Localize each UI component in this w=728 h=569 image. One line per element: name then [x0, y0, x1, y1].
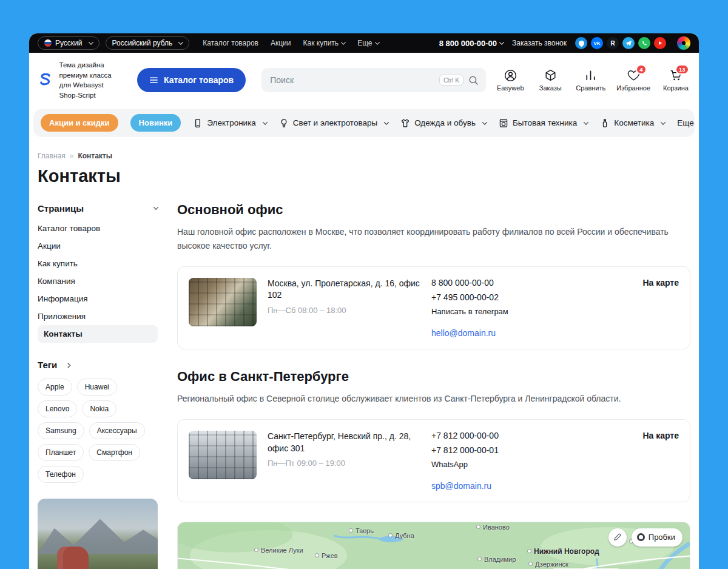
breadcrumb-home[interactable]: Главная	[38, 152, 66, 160]
map-city-nn-label: Нижний Новгород	[527, 547, 599, 556]
category-more[interactable]: Еще	[677, 118, 699, 127]
chevron-down-icon	[263, 120, 268, 124]
topnav-sales[interactable]: Акции	[271, 39, 291, 47]
brand[interactable]: Тема дизайна премиум класса для Webasyst…	[38, 60, 123, 101]
traffic-ring-icon	[637, 533, 645, 541]
brand-tagline: Тема дизайна премиум класса для Webasyst…	[59, 60, 123, 101]
map-city: Тверь	[349, 527, 374, 534]
shop-logo-icon	[38, 68, 53, 92]
messenger-icon[interactable]	[575, 37, 587, 49]
section-title-spb-office: Офис в Санкт-Петербурге	[177, 369, 690, 385]
office-phone-2[interactable]: +7 495 000-00-02	[431, 292, 508, 302]
sidebar-item-info[interactable]: Информация	[38, 290, 158, 308]
vk-icon[interactable]: VK	[591, 37, 603, 49]
lightbulb-icon	[279, 118, 289, 128]
topbar-phone[interactable]: 8 800 000-00-00	[439, 39, 504, 48]
chevron-down-icon	[153, 205, 158, 210]
favorites-count-badge: 4	[636, 64, 646, 75]
map-city: Дубна	[388, 532, 414, 539]
orders-button[interactable]: Заказы	[536, 69, 565, 92]
map-edit-button[interactable]	[608, 528, 627, 547]
new-pill[interactable]: Новинки	[130, 114, 181, 132]
tag-accessories[interactable]: Аксессуары	[89, 422, 145, 439]
search-shortcut-badge: Ctrl K	[439, 75, 463, 86]
tag-samsung[interactable]: Samsung	[38, 422, 84, 439]
section-desc-spb-office: Региональный офис в Северной столице обс…	[177, 392, 690, 406]
main-content: Основной офис Наш головной офис располож…	[177, 200, 690, 569]
sidebar-item-company[interactable]: Компания	[38, 272, 158, 290]
office-phone-1[interactable]: +7 812 000-00-00	[431, 431, 499, 440]
tag-apple[interactable]: Apple	[38, 379, 72, 396]
sidebar-tags-header[interactable]: Теги	[38, 360, 158, 370]
office-phone-2[interactable]: +7 812 000-00-01	[431, 445, 499, 455]
breadcrumb: Главная » Контакты	[29, 137, 699, 160]
social-links: VK R	[575, 37, 666, 49]
office-map-link[interactable]: На карте	[642, 431, 679, 440]
chevron-down-icon	[661, 120, 666, 124]
office-phone-1[interactable]: 8 800 000-00-00	[431, 278, 508, 288]
offices-map[interactable]: Тверь Дубна Иваново Йошкар-Ола Великие Л…	[177, 522, 690, 569]
office-messenger-link[interactable]: WhatsApp	[431, 460, 499, 469]
sidebar: Страницы Каталог товаров Акции Как купит…	[38, 200, 158, 569]
header-actions: Easyweb Заказы Сравнить 4 Избранное	[496, 69, 690, 92]
page-title: Контакты	[29, 160, 699, 198]
category-appliances[interactable]: Бытовая техника	[499, 118, 588, 128]
map-city: Ржев	[315, 552, 338, 559]
callback-link[interactable]: Заказать звонок	[512, 39, 567, 47]
category-clothes[interactable]: Одежда и обувь	[400, 118, 487, 128]
category-cosmetics[interactable]: Косметика	[600, 118, 665, 128]
rutube-icon[interactable]: R	[607, 37, 619, 49]
topnav-more[interactable]: Еще	[357, 39, 379, 47]
breadcrumb-separator: »	[70, 152, 74, 160]
favorites-button[interactable]: 4 Избранное	[616, 69, 650, 92]
catalog-button[interactable]: Каталог товаров	[137, 68, 246, 92]
theme-color-wheel-icon[interactable]	[677, 36, 690, 50]
office-messenger-link[interactable]: Написать в телеграм	[431, 307, 508, 316]
chevron-down-icon	[384, 120, 389, 124]
topbar: Русский Российский рубль Каталог товаров…	[29, 33, 699, 53]
tag-nokia[interactable]: Nokia	[82, 400, 116, 417]
compare-button[interactable]: Сравнить	[576, 69, 605, 92]
sidebar-item-contacts[interactable]: Контакты	[38, 325, 158, 343]
whatsapp-icon[interactable]	[638, 37, 650, 49]
office-email-link[interactable]: spb@domain.ru	[431, 481, 499, 491]
office-hours: Пн—Пт 09:00 – 19:00	[268, 459, 420, 468]
category-nav: Акции и скидки Новинки Электроника Свет …	[33, 109, 695, 137]
chevron-down-icon	[88, 39, 93, 44]
map-controls: Пробки	[608, 528, 682, 547]
category-light[interactable]: Свет и электротовары	[279, 118, 388, 128]
chevron-down-icon	[584, 120, 588, 124]
currency-select[interactable]: Российский рубль	[106, 36, 190, 50]
office-email-link[interactable]: hello@domain.ru	[431, 328, 508, 338]
topnav-how-to-buy[interactable]: Как купить	[303, 39, 346, 47]
smartphone-icon	[193, 118, 203, 128]
youtube-icon[interactable]	[654, 37, 666, 49]
sidebar-item-catalog[interactable]: Каталог товаров	[38, 220, 158, 237]
tag-lenovo[interactable]: Lenovo	[38, 400, 77, 417]
search-icon[interactable]	[468, 75, 479, 86]
cart-button[interactable]: 13 Корзина	[661, 69, 690, 92]
account-button[interactable]: Easyweb	[496, 69, 525, 92]
cosmetics-bottle-icon	[600, 118, 610, 128]
tag-smartphone[interactable]: Смартфон	[89, 444, 140, 461]
sidebar-item-sales[interactable]: Акции	[38, 237, 158, 255]
chevron-right-icon	[66, 363, 70, 368]
chevron-down-icon	[374, 39, 379, 44]
map-traffic-button[interactable]: Пробки	[632, 528, 682, 547]
language-select[interactable]: Русский	[38, 36, 99, 50]
section-desc-main-office: Наш головной офис расположен в Москве, ч…	[177, 225, 690, 253]
category-electronics[interactable]: Электроника	[193, 118, 267, 128]
sales-pill[interactable]: Акции и скидки	[41, 114, 118, 132]
site-header: Тема дизайна премиум класса для Webasyst…	[29, 53, 699, 107]
tag-huawei[interactable]: Huawei	[77, 379, 117, 396]
sidebar-pages-header[interactable]: Страницы	[38, 203, 158, 214]
backpack-image-shape	[57, 547, 89, 569]
search-input[interactable]	[269, 75, 434, 86]
topnav-catalog[interactable]: Каталог товаров	[203, 39, 258, 47]
tag-phone[interactable]: Телефон	[38, 466, 84, 483]
telegram-icon[interactable]	[622, 37, 635, 49]
office-map-link[interactable]: На карте	[642, 278, 679, 288]
sidebar-item-how-to-buy[interactable]: Как купить	[38, 255, 158, 272]
sidebar-item-apps[interactable]: Приложения	[38, 308, 158, 325]
tag-tablet[interactable]: Планшет	[38, 444, 84, 461]
